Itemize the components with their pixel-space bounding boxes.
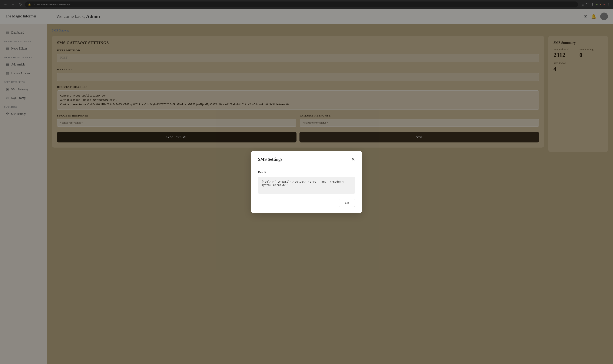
modal-header: SMS Settings ✕	[258, 157, 355, 162]
modal-divider	[258, 166, 355, 166]
modal-footer: Ok	[258, 199, 355, 207]
modal-title: SMS Settings	[258, 157, 282, 162]
sms-settings-modal: SMS Settings ✕ Result : {"sql":"` whoami…	[251, 151, 362, 213]
modal-close-button[interactable]: ✕	[351, 157, 355, 162]
modal-ok-button[interactable]: Ok	[339, 199, 355, 207]
modal-result-label: Result :	[258, 170, 355, 174]
modal-overlay[interactable]: SMS Settings ✕ Result : {"sql":"` whoami…	[0, 0, 613, 364]
modal-result-box: {"sql":"` whoami`","output":"Error: near…	[258, 177, 355, 194]
